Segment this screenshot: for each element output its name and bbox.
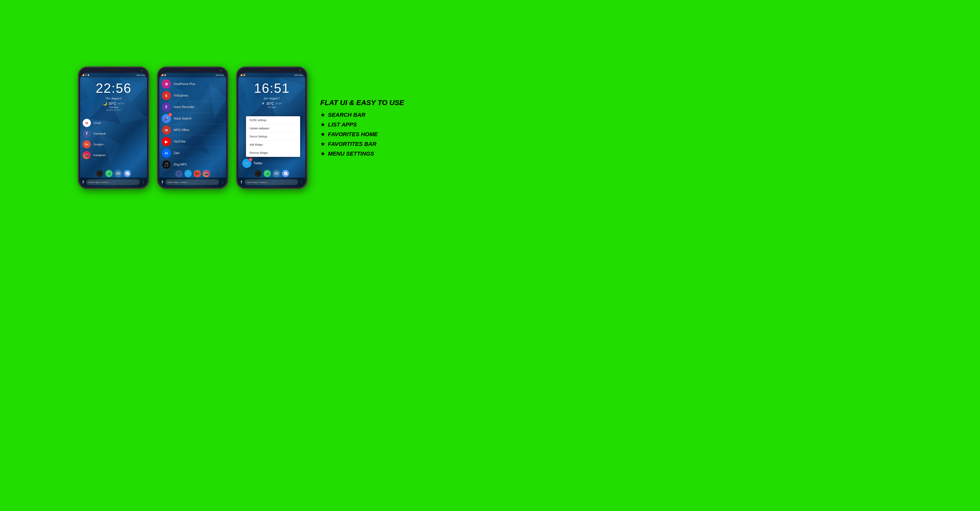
power-icon-3[interactable]: ⏻	[255, 170, 262, 177]
list-item[interactable]: f Facebook	[83, 128, 145, 139]
phone-2-battery: 45% 22:57	[216, 74, 224, 76]
app-name-gmail: Gmail	[94, 121, 101, 125]
facebook-icon: f	[83, 129, 91, 138]
phone-3-app-count: 7	[240, 180, 242, 184]
list-item[interactable]: Za Zalo	[162, 147, 224, 159]
app-name-vinaphone: VinaPhone Plus	[173, 82, 195, 86]
phone-2: 📶 ⏰ 45% 22:57 ❋ VinaPhone Plus E VnExpre…	[157, 66, 228, 189]
features-panel: FLAT UI & EASY TO USE ★ SEARCH BAR ★ LIS…	[315, 93, 412, 162]
wifi-launcher-icon[interactable]: Wi	[115, 170, 122, 177]
remove-widget-item[interactable]: Remove Widget	[246, 149, 300, 157]
phone-3-twitter-row: 🐦 6 Twitter	[242, 159, 262, 168]
wifi-icon: 📶	[82, 74, 84, 76]
phone-1-date: Thu, August 4	[80, 97, 147, 100]
messenger-icon-3[interactable]: 📈	[282, 170, 289, 177]
phone-2-side-button	[228, 93, 228, 103]
zalo-icon: Za	[162, 149, 171, 158]
phone-1-battery: 45% 22:56	[137, 74, 145, 76]
phone-3-quick-icons: ⏻ 🔦 Wi 📈	[239, 170, 305, 177]
phone-1-city: Thái Bình	[80, 106, 147, 109]
list-item[interactable]: G+ Google+	[83, 139, 145, 150]
flashlight-icon[interactable]: 🔦	[105, 170, 113, 177]
update-wallpaper-item[interactable]: Update wallpaper	[246, 125, 300, 133]
features-list: ★ SEARCH BAR ★ LIST APPS ★ FAVORITES HOM…	[320, 112, 407, 157]
gplus-fav-icon[interactable]: G+	[194, 170, 201, 177]
app-name-facebook: Facebook	[94, 132, 106, 135]
star-icon-2: ★	[320, 122, 325, 128]
phone-1-menu-dots[interactable]: ⋮	[142, 180, 145, 184]
phone-1: 📶 👁 ⏰ 45% 22:56 22:56 Thu, August 4 🌙 30…	[78, 66, 149, 189]
instagram-fav-icon[interactable]: 📷	[203, 170, 210, 177]
voice-recorder-icon: 🎙	[162, 102, 171, 112]
alarm-icon-2: ⏰	[164, 74, 166, 76]
twitter-fav-icon[interactable]: 🐦	[185, 170, 192, 177]
flashlight-icon-3[interactable]: 🔦	[264, 170, 271, 177]
list-item[interactable]: M Gmail	[83, 118, 145, 128]
phone-2-bottom-bar: 7 Search apps, contacts, ... ⋮	[159, 177, 226, 187]
list-item[interactable]: 🎙 Voice Recorder	[162, 101, 224, 113]
phone-1-clock: 22:56	[80, 80, 147, 96]
phone-3-city: Ưu Nsf	[239, 106, 305, 109]
phone-3-status-bar: 📶 ⏰ 62% 16:51	[239, 73, 305, 77]
feature-item-search-bar: ★ SEARCH BAR	[320, 112, 407, 118]
phone-3-context-menu: SLIDE settings Update wallpaper Device S…	[246, 116, 300, 157]
phone-1-status-right: 45% 22:56	[137, 74, 145, 76]
list-item[interactable]: ▶ YouTube	[162, 136, 224, 147]
list-item[interactable]: E VnExpress	[162, 90, 224, 101]
slide-settings-item[interactable]: SLIDE settings	[246, 116, 300, 125]
list-item[interactable]: 🎤 8 Voice Search	[162, 113, 224, 125]
feature-label-favorites-bar: FAVORTITES BAR	[328, 141, 376, 147]
wifi-icon-3: 📶	[240, 74, 243, 76]
phone-1-quick-icons: ⏻ 🔦 Wi 📈	[80, 170, 147, 177]
voice-search-badge: 8	[169, 113, 172, 117]
sun-icon: ☀	[262, 101, 265, 105]
phone-3-clock: 16:51	[239, 80, 305, 96]
feature-label-list-apps: LIST APPS	[328, 121, 357, 128]
wifi-launcher-icon-3[interactable]: Wi	[273, 170, 280, 177]
phone-1-status-left: 📶 👁 ⏰	[82, 74, 89, 76]
add-widget-item[interactable]: Add Widget	[246, 141, 300, 149]
gmail-icon: M	[83, 119, 91, 127]
phone-3-status-right: 62% 16:51	[295, 74, 303, 76]
phone-3-search-text: Search apps, contacts, ...	[247, 181, 269, 184]
device-settings-item[interactable]: Device Settings	[246, 133, 300, 141]
phone-3-menu-dots[interactable]: ⋮	[300, 180, 303, 184]
app-name-vnexpress: VnExpress	[173, 94, 188, 97]
phone-1-search-text: Search apps, contacts, ...	[88, 181, 111, 184]
voice-search-wrapper: 🎤 8	[162, 114, 171, 123]
phone-2-app-list: ❋ VinaPhone Plus E VnExpress 🎙 Voice Rec…	[162, 78, 224, 171]
list-item[interactable]: 📷 Instagram	[83, 150, 145, 160]
phone-1-weather-temp: 🌙 30°C 35°/27°	[80, 101, 147, 105]
phone-1-app-count: 7	[82, 180, 84, 184]
phone-1-status-bar: 📶 👁 ⏰ 45% 22:56	[80, 73, 147, 77]
messenger-icon[interactable]: 📈	[124, 170, 131, 177]
phone-3-search-bar[interactable]: Search apps, contacts, ...	[245, 179, 298, 185]
feature-label-favorites-home: FAVORITES HOME	[328, 131, 378, 138]
vinaphone-icon: ❋	[162, 80, 171, 89]
list-item[interactable]: 🎵 Zing MP3	[162, 159, 224, 171]
app-name-voice-search: Voice Search	[173, 117, 192, 120]
phone-1-bottom-bar: 7 Search apps, contacts, ... ⋮	[80, 177, 147, 187]
phone-3-weather-temp: ☀ 30°C 32°/26°	[239, 101, 305, 105]
phone-2-favorites-row: f 🐦 G+ 📷	[159, 170, 226, 177]
list-item[interactable]: ❋ VinaPhone Plus	[162, 78, 224, 90]
zing-icon: 🎵	[162, 160, 171, 169]
fb-fav-icon[interactable]: f	[175, 170, 183, 177]
phone-2-menu-dots[interactable]: ⋮	[221, 180, 224, 184]
phone-3-side-button	[307, 93, 307, 103]
app-name-wps: WPS Office	[173, 128, 189, 132]
youtube-icon: ▶	[162, 137, 171, 146]
app-name-voice-recorder: Voice Recorder	[173, 105, 194, 109]
feature-item-menu-settings: ★ MENU SETTINGS	[320, 150, 407, 157]
twitter-badge: 6	[249, 158, 252, 161]
feature-item-list-apps: ★ LIST APPS	[320, 121, 407, 128]
phone-3: 📶 ⏰ 62% 16:51 16:51 Sun, August 7 ☀ 30°C…	[236, 66, 307, 189]
power-icon[interactable]: ⏻	[96, 170, 103, 177]
phone-2-search-bar[interactable]: Search apps, contacts, ...	[165, 179, 219, 185]
feature-label-search-bar: SEARCH BAR	[328, 112, 366, 118]
wifi-icon-2: 📶	[161, 74, 164, 76]
phone-1-weather-updated: Updated 8/1 07:00	[80, 109, 147, 111]
phone-3-status-left: 📶 ⏰	[240, 74, 245, 76]
list-item[interactable]: W WPS Office	[162, 125, 224, 136]
phone-1-search-bar[interactable]: Search apps, contacts, ...	[86, 179, 140, 185]
